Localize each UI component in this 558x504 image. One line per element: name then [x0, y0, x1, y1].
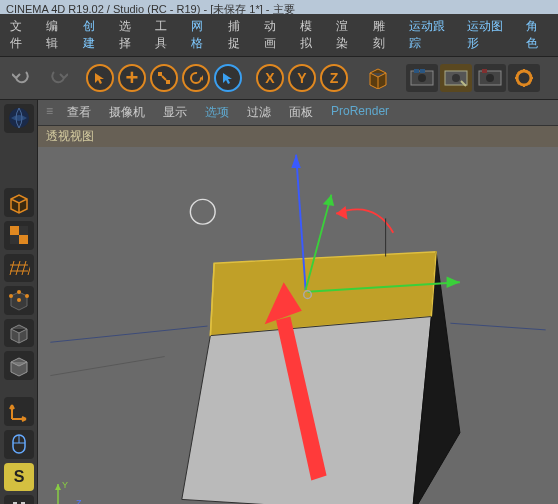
model-mode-button[interactable]	[4, 188, 34, 217]
svg-point-9	[452, 74, 460, 82]
svg-rect-17	[19, 226, 28, 235]
svg-marker-38	[336, 206, 347, 219]
viewport-area: ≡ 查看 摄像机 显示 选项 过滤 面板 ProRender 透视视图	[38, 100, 558, 504]
axis-y-label: Y	[62, 480, 68, 490]
axis-z-button[interactable]: Z	[320, 64, 348, 92]
render-button[interactable]	[406, 64, 438, 92]
menu-motiontrack[interactable]: 运动跟踪	[403, 16, 460, 54]
viewport-canvas	[38, 147, 558, 504]
svg-line-29	[50, 326, 207, 342]
snap-button[interactable]: S	[4, 463, 34, 492]
svg-marker-37	[323, 195, 334, 206]
viewmenu-panel[interactable]: 面板	[281, 102, 321, 123]
picture-viewer-button[interactable]	[474, 64, 506, 92]
point-mode-button[interactable]	[4, 286, 34, 315]
svg-point-20	[9, 294, 13, 298]
redo-button[interactable]	[42, 63, 72, 93]
svg-rect-7	[420, 69, 425, 73]
menu-simulate[interactable]: 模拟	[294, 16, 328, 54]
move-tool[interactable]: +	[118, 64, 146, 92]
workplane-button[interactable]	[4, 254, 34, 283]
menu-edit[interactable]: 编辑	[40, 16, 74, 54]
menu-capture[interactable]: 捕捉	[222, 16, 256, 54]
menu-animate[interactable]: 动画	[258, 16, 292, 54]
render-buttons	[406, 64, 540, 92]
svg-point-22	[25, 294, 29, 298]
make-editable-button[interactable]	[4, 104, 34, 133]
svg-marker-44	[55, 484, 61, 490]
viewmenu-camera[interactable]: 摄像机	[101, 102, 153, 123]
svg-point-11	[486, 74, 494, 82]
svg-line-31	[50, 357, 164, 376]
menu-mesh[interactable]: 网格	[185, 16, 219, 54]
viewport-menu-icon[interactable]: ≡	[42, 102, 57, 123]
svg-rect-19	[19, 235, 28, 244]
main-area: S ≡ 查看 摄像机 显示 选项 过滤 面板 ProRender 透视视图	[0, 100, 558, 504]
menu-select[interactable]: 选择	[113, 16, 147, 54]
snap-icon: S	[14, 468, 25, 486]
svg-point-3	[191, 73, 201, 83]
svg-point-23	[17, 298, 21, 302]
viewport-menubar: ≡ 查看 摄像机 显示 选项 过滤 面板 ProRender	[38, 100, 558, 126]
menu-motiongfx[interactable]: 运动图形	[461, 16, 518, 54]
svg-rect-1	[166, 80, 170, 84]
main-toolbar: + X Y Z	[0, 57, 558, 100]
viewmenu-prorender[interactable]: ProRender	[323, 102, 397, 123]
axis-z-label: Z	[76, 498, 82, 504]
viewmenu-filter[interactable]: 过滤	[239, 102, 279, 123]
svg-point-14	[521, 75, 527, 81]
svg-marker-35	[447, 277, 460, 288]
polygon-mode-button[interactable]	[4, 351, 34, 380]
viewmenu-view[interactable]: 查看	[59, 102, 99, 123]
edge-mode-button[interactable]	[4, 319, 34, 348]
selection-cursor-icon	[190, 199, 215, 224]
title-text: CINEMA 4D R19.02 / Studio (RC - R19) - […	[6, 3, 295, 14]
menu-tools[interactable]: 工具	[149, 16, 183, 54]
svg-line-30	[450, 323, 545, 330]
magnet-button[interactable]	[4, 495, 34, 504]
axis-x-button[interactable]: X	[256, 64, 284, 92]
svg-line-2	[162, 76, 166, 80]
menu-file[interactable]: 文件	[4, 16, 38, 54]
svg-rect-0	[158, 72, 162, 76]
svg-rect-18	[10, 235, 19, 244]
menu-create[interactable]: 创建	[77, 16, 111, 54]
svg-rect-12	[482, 69, 487, 73]
svg-rect-16	[10, 226, 19, 235]
undo-button[interactable]	[8, 63, 38, 93]
select-tool[interactable]	[86, 64, 114, 92]
axis-y-button[interactable]: Y	[288, 64, 316, 92]
viewmenu-display[interactable]: 显示	[155, 102, 195, 123]
render-settings-button[interactable]	[508, 64, 540, 92]
svg-point-5	[418, 74, 426, 82]
axis-indicator: Y Z	[48, 476, 88, 504]
svg-point-21	[17, 290, 21, 294]
svg-rect-6	[414, 69, 419, 73]
coord-system-button[interactable]	[362, 63, 392, 93]
rotate-tool[interactable]	[182, 64, 210, 92]
menu-character[interactable]: 角色	[520, 16, 554, 54]
last-tool[interactable]	[214, 64, 242, 92]
menu-sculpt[interactable]: 雕刻	[367, 16, 401, 54]
scale-tool[interactable]	[150, 64, 178, 92]
titlebar: CINEMA 4D R19.02 / Studio (RC - R19) - […	[0, 0, 558, 14]
viewport[interactable]: Y Z	[38, 147, 558, 504]
mouse-tool-button[interactable]	[4, 430, 34, 459]
viewmenu-options[interactable]: 选项	[197, 102, 237, 123]
texture-mode-button[interactable]	[4, 221, 34, 250]
viewport-title: 透视视图	[38, 126, 558, 147]
main-menubar: 文件 编辑 创建 选择 工具 网格 捕捉 动画 模拟 渲染 雕刻 运动跟踪 运动…	[0, 14, 558, 57]
axis-tool-button[interactable]	[4, 397, 34, 426]
svg-marker-34	[291, 155, 301, 168]
menu-render[interactable]: 渲染	[330, 16, 364, 54]
left-tool-panel: S	[0, 100, 38, 504]
render-region-button[interactable]	[440, 64, 472, 92]
